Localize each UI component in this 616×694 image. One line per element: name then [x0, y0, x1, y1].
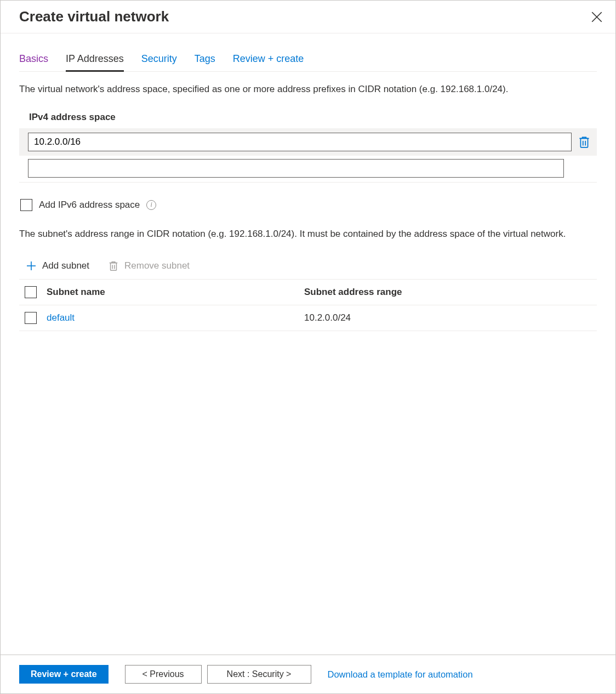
tab-tags[interactable]: Tags	[195, 51, 215, 72]
close-icon[interactable]	[591, 12, 602, 22]
col-header-name: Subnet name	[47, 287, 304, 298]
divider	[19, 182, 597, 183]
ipv4-address-row	[19, 128, 597, 156]
svg-rect-7	[111, 263, 117, 271]
ipv4-section-label: IPv4 address space	[29, 112, 597, 123]
remove-subnet-button: Remove subnet	[108, 260, 190, 271]
review-create-button[interactable]: Review + create	[19, 665, 109, 684]
remove-subnet-label: Remove subnet	[124, 260, 190, 271]
trash-icon[interactable]	[578, 135, 590, 149]
add-subnet-button[interactable]: Add subnet	[26, 260, 89, 271]
row-checkbox[interactable]	[25, 312, 37, 324]
col-header-range: Subnet address range	[304, 287, 595, 298]
tab-basics[interactable]: Basics	[19, 51, 48, 72]
tabs: Basics IP Addresses Security Tags Review…	[19, 51, 597, 72]
previous-button[interactable]: < Previous	[125, 665, 202, 684]
subnet-intro-text: The subnet's address range in CIDR notat…	[19, 227, 597, 241]
ipv6-row: Add IPv6 address space i	[19, 199, 597, 211]
panel-footer: Review + create < Previous Next : Securi…	[1, 655, 615, 693]
create-vnet-panel: Create virtual network Basics IP Address…	[0, 0, 616, 694]
add-subnet-label: Add subnet	[42, 260, 89, 271]
trash-icon	[108, 260, 119, 271]
download-template-link[interactable]: Download a template for automation	[328, 669, 473, 680]
panel-body: Basics IP Addresses Security Tags Review…	[1, 33, 615, 655]
table-row: default 10.2.0.0/24	[19, 305, 597, 331]
ipv4-address-input[interactable]	[28, 133, 572, 151]
subnet-toolbar: Add subnet Remove subnet	[19, 260, 597, 271]
tab-security[interactable]: Security	[141, 51, 177, 72]
tab-review[interactable]: Review + create	[233, 51, 304, 72]
subnet-table-header: Subnet name Subnet address range	[19, 279, 597, 305]
ipv4-address-input-extra[interactable]	[28, 159, 564, 178]
plus-icon	[26, 260, 37, 271]
subnet-name-link[interactable]: default	[47, 312, 75, 323]
ipv6-checkbox[interactable]	[20, 199, 32, 211]
panel-title: Create virtual network	[19, 8, 169, 25]
svg-rect-2	[580, 138, 588, 147]
info-icon[interactable]: i	[146, 200, 156, 210]
tab-ip-addresses[interactable]: IP Addresses	[66, 51, 124, 72]
subnet-range-cell: 10.2.0.0/24	[304, 312, 595, 323]
ipv6-label: Add IPv6 address space	[39, 200, 140, 211]
select-all-checkbox[interactable]	[25, 286, 37, 298]
ipv4-intro-text: The virtual network's address space, spe…	[19, 83, 597, 96]
panel-header: Create virtual network	[1, 1, 615, 33]
subnet-table: Subnet name Subnet address range default…	[19, 279, 597, 331]
next-button[interactable]: Next : Security >	[207, 665, 311, 684]
